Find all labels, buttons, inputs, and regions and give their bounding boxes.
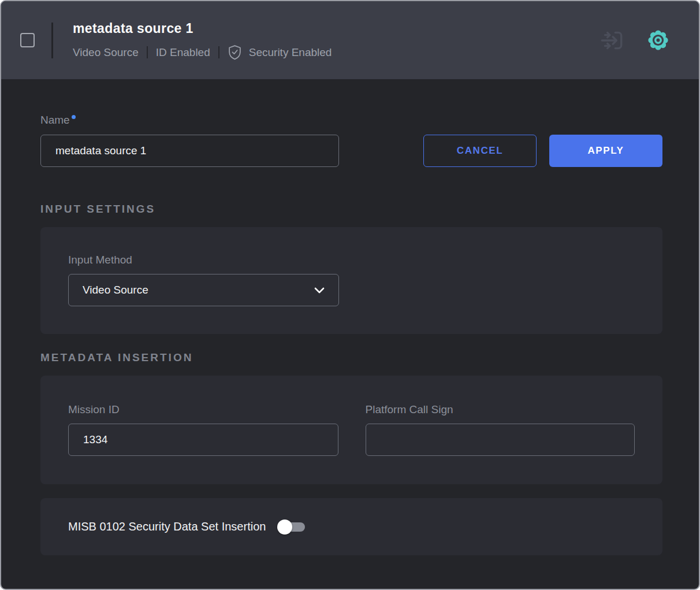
select-checkbox[interactable] (20, 33, 35, 47)
bottom-spacer (40, 555, 662, 590)
page-title: metadata source 1 (73, 20, 332, 36)
misb-toggle[interactable] (278, 522, 305, 532)
input-method-value: Video Source (83, 284, 148, 296)
editor-body: Name CANCEL APPLY INPUT SETTINGS Input M… (1, 114, 699, 590)
misb-toggle-label: MISB 0102 Security Data Set Insertion (68, 520, 266, 533)
status-badges: Video Source ID Enabled Security Enabled (73, 44, 332, 60)
platform-call-sign-input[interactable] (366, 424, 635, 456)
badge-separator (218, 46, 219, 58)
badge-separator (147, 46, 148, 58)
mission-id-field-group: Mission ID (68, 403, 338, 457)
badge-id-enabled: ID Enabled (156, 46, 210, 59)
name-label-row: Name (40, 114, 662, 127)
misb-toggle-panel: MISB 0102 Security Data Set Insertion (40, 498, 662, 555)
chevron-down-icon (314, 287, 325, 294)
import-icon[interactable] (598, 27, 625, 54)
platform-call-sign-field-group: Platform Call Sign (366, 403, 635, 457)
apply-button[interactable]: APPLY (549, 135, 662, 167)
metadata-source-editor: metadata source 1 Video Source ID Enable… (0, 0, 700, 590)
gear-icon[interactable] (645, 27, 672, 54)
shield-check-icon (228, 44, 242, 60)
header-divider (51, 23, 53, 58)
metadata-insertion-panel: Mission ID Platform Call Sign (40, 376, 662, 484)
platform-call-sign-label: Platform Call Sign (366, 403, 635, 416)
input-settings-heading: INPUT SETTINGS (40, 203, 662, 216)
required-indicator (72, 115, 76, 119)
form-actions: CANCEL APPLY (423, 135, 662, 167)
name-input[interactable] (40, 135, 339, 167)
mission-id-label: Mission ID (68, 403, 338, 416)
input-method-label: Input Method (68, 254, 635, 266)
badge-security-enabled: Security Enabled (249, 46, 332, 59)
header-text: metadata source 1 Video Source ID Enable… (73, 20, 332, 60)
header-bar: metadata source 1 Video Source ID Enable… (1, 1, 699, 79)
cancel-button[interactable]: CANCEL (423, 135, 537, 167)
input-settings-panel: Input Method Video Source (40, 227, 662, 334)
mission-id-input[interactable] (68, 424, 338, 456)
badge-video-source: Video Source (73, 46, 139, 59)
metadata-insertion-heading: METADATA INSERTION (40, 351, 662, 364)
input-method-select[interactable]: Video Source (68, 274, 339, 306)
misb-toggle-knob (277, 520, 292, 535)
name-label: Name (40, 114, 70, 127)
header-actions (598, 27, 672, 54)
name-form-row: CANCEL APPLY (40, 135, 662, 167)
